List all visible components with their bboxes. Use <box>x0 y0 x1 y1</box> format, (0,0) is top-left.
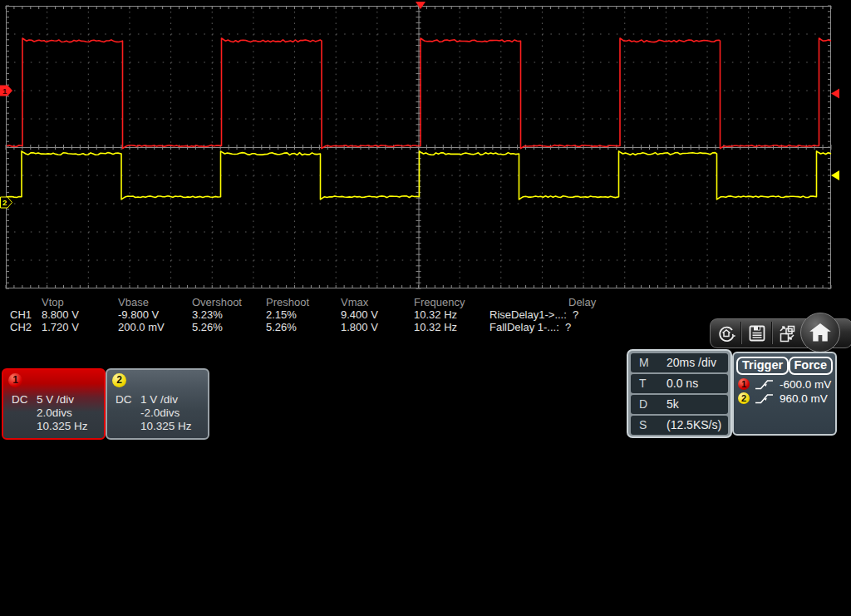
measure-col-delay: Delay <box>568 297 596 308</box>
waveform-display: 12 <box>0 0 851 296</box>
autoset-icon[interactable] <box>716 323 736 343</box>
ch1-frequency: 10.325 Hz <box>37 420 88 432</box>
channel-2-badge: 2 <box>112 373 126 387</box>
measure-col-frequency: Frequency <box>414 297 465 308</box>
ch2-coupling: DC <box>116 393 132 406</box>
timebase-s-value: (12.5KS/s) <box>667 416 721 435</box>
trigger-panel: Trigger Force 1 -600.0 mV 2 960.0 mV <box>732 352 837 436</box>
ch2-position-marker-label[interactable]: 2 <box>2 198 7 207</box>
timebase-d-label: D <box>639 395 647 414</box>
timebase-row-t[interactable]: T 0.0 ns <box>631 374 728 393</box>
home-button[interactable] <box>800 313 840 352</box>
trigger-ch2-badge: 2 <box>738 392 750 404</box>
measure-ch1-vmax: 9.400 V <box>341 309 378 320</box>
ch1-scale: 5 V /div <box>37 393 74 406</box>
measure-ch1-vbase: -9.800 V <box>118 309 159 320</box>
ch2-trigger-level-marker[interactable] <box>831 170 839 180</box>
rising-edge-icon <box>755 378 775 391</box>
screen-copy-icon[interactable] <box>778 323 798 343</box>
timebase-t-value: 0.0 ns <box>667 374 698 393</box>
timebase-m-label: M <box>639 353 649 372</box>
save-icon[interactable] <box>747 323 767 343</box>
measure-ch2-vmax: 1.800 V <box>341 322 378 333</box>
measure-ch2-vbase: 200.0 mV <box>118 322 165 333</box>
measure-ch1-vtop: 8.800 V <box>42 309 79 320</box>
timebase-m-value: 20ms /div <box>667 353 716 372</box>
ch1-position: 2.0divs <box>37 407 72 419</box>
measure-ch2-preshoot: 5.26% <box>266 322 297 333</box>
measure-col-overshoot: Overshoot <box>192 297 242 308</box>
measure-ch2-frequency: 10.32 Hz <box>414 322 457 333</box>
measure-row-ch2-name: CH2 <box>10 322 32 333</box>
ch1-coupling: DC <box>12 393 28 406</box>
channel-1-box[interactable]: 1 DC 5 V /div 2.0divs 10.325 Hz <box>2 368 106 440</box>
measure-ch1-delay: RiseDelay1->...: ? <box>489 309 578 320</box>
measure-ch1-preshoot: 2.15% <box>266 309 297 320</box>
measure-ch1-overshoot: 3.23% <box>192 309 223 320</box>
measure-col-vtop: Vtop <box>42 297 64 308</box>
trigger-ch1-badge: 1 <box>738 378 750 390</box>
ch1-trigger-level-marker[interactable] <box>831 89 839 99</box>
measure-col-vmax: Vmax <box>341 297 368 308</box>
trigger-button[interactable]: Trigger <box>736 357 789 375</box>
timebase-d-value: 5k <box>667 395 679 414</box>
timebase-row-s[interactable]: S (12.5KS/s) <box>631 416 728 435</box>
measure-row-ch1-name: CH1 <box>10 309 32 320</box>
measure-ch2-vtop: 1.720 V <box>42 322 79 333</box>
channel-1-badge: 1 <box>8 373 22 387</box>
trigger-ch1-level: -600.0 mV <box>780 378 831 391</box>
channel-2-box[interactable]: 2 DC 1 V /div -2.0divs 10.325 Hz <box>106 368 209 440</box>
timebase-t-label: T <box>639 374 647 393</box>
timebase-s-label: S <box>639 416 647 435</box>
trigger-ch2-level: 960.0 mV <box>780 392 828 405</box>
ch2-frequency: 10.325 Hz <box>140 420 192 432</box>
home-icon <box>809 321 832 344</box>
force-button[interactable]: Force <box>789 357 834 375</box>
oscilloscope-screen: { "scope": { "colors": {"ch1": "#ff1e1e"… <box>0 0 851 616</box>
timebase-panel: M 20ms /div T 0.0 ns D 5k S (12.5KS/s) <box>627 349 732 438</box>
measure-ch2-delay: FallDelay 1-...: ? <box>489 322 571 333</box>
measure-ch2-overshoot: 5.26% <box>192 322 223 333</box>
measure-ch1-frequency: 10.32 Hz <box>414 309 457 320</box>
timebase-row-d[interactable]: D 5k <box>631 395 728 414</box>
rising-edge-icon <box>755 392 775 405</box>
ch2-position: -2.0divs <box>140 407 180 419</box>
timebase-row-m[interactable]: M 20ms /div <box>631 353 728 372</box>
measure-col-preshoot: Preshoot <box>266 297 309 308</box>
ch1-position-marker-label[interactable]: 1 <box>2 86 7 96</box>
measure-col-vbase: Vbase <box>118 297 149 308</box>
ch2-scale: 1 V /div <box>140 393 178 406</box>
